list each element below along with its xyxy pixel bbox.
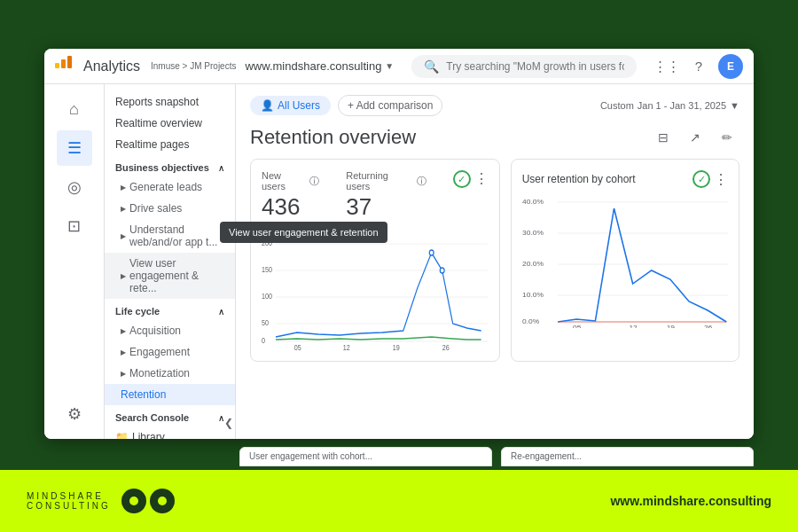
nav-item-label: Monetization — [129, 367, 190, 379]
svg-text:20.0%: 20.0% — [522, 260, 544, 268]
nav-item-label: Acquisition — [129, 325, 181, 337]
ga-logo — [55, 56, 76, 77]
nav-item-label: View user engagement & rete... — [129, 257, 224, 294]
brand-name: mindshare — [27, 491, 111, 501]
chart-menu-icon[interactable]: ⋮ — [474, 170, 489, 187]
add-comparison-button[interactable]: + Add comparison — [338, 95, 442, 116]
info-icon[interactable]: ⓘ — [417, 175, 426, 188]
metric-underline — [262, 223, 315, 224]
nav-engagement[interactable]: ▶ Engagement — [105, 341, 235, 363]
ga-bar-2 — [61, 59, 66, 68]
nav-arrow-icon: ▶ — [121, 348, 126, 356]
svg-text:26: 26 — [442, 343, 450, 350]
date-range[interactable]: Custom Jan 1 - Jan 31, 2025 ▼ — [600, 100, 739, 111]
nav-understand-web[interactable]: ▶ Understand web/and/or app t... — [105, 219, 235, 253]
brand-subtitle: consulting — [27, 501, 111, 511]
title-actions: ⊟ ↗ ✏ — [651, 125, 739, 150]
apps-icon[interactable]: ⋮⋮ — [654, 54, 679, 79]
nav-panel: Reports snapshot Realtime overview Realt… — [105, 84, 236, 439]
cohort-status-icon[interactable]: ✓ — [692, 170, 710, 188]
page-title-area: Retention overview ⊟ ↗ ✏ — [250, 125, 739, 150]
chart-actions: ✓ ⋮ — [453, 170, 489, 224]
main-content: 👤 All Users + Add comparison Custom Jan … — [236, 84, 754, 439]
search-console-title: Search Console — [115, 412, 189, 423]
sidebar-advertising-icon[interactable]: ⊡ — [57, 208, 92, 244]
nav-generate-leads[interactable]: ▶ Generate leads — [105, 176, 235, 198]
cohort-actions: ✓ ⋮ — [692, 170, 728, 188]
nav-item-label: Library — [132, 431, 165, 439]
sidebar-settings-icon[interactable]: ⚙ — [57, 396, 92, 432]
filter-left: 👤 All Users + Add comparison — [250, 95, 442, 116]
svg-text:30.0%: 30.0% — [522, 229, 544, 237]
life-cycle-title: Life cycle — [115, 306, 160, 317]
retention-chart-card: New users ⓘ 436 Returning users ⓘ 37 — [250, 159, 500, 362]
nav-acquisition[interactable]: ▶ Acquisition — [105, 320, 235, 341]
life-cycle-header[interactable]: Life cycle ∧ — [105, 299, 235, 320]
svg-text:05: 05 — [573, 324, 582, 328]
bottom-bar: mindshare consulting www.mindshare.consu… — [0, 470, 798, 532]
content-area: ⌂ ☰ ◎ ⊡ ⚙ Reports snapshot Realtime over… — [44, 84, 754, 439]
svg-text:0: 0 — [262, 336, 265, 345]
all-users-icon: 👤 — [261, 99, 274, 112]
sidebar-explore-icon[interactable]: ◎ — [57, 169, 92, 205]
edit-icon[interactable]: ✏ — [715, 125, 739, 150]
svg-text:26: 26 — [704, 324, 713, 328]
nav-monetization[interactable]: ▶ Monetization — [105, 363, 235, 384]
sidebar-home-icon[interactable]: ⌂ — [57, 91, 92, 127]
all-users-label: All Users — [278, 99, 320, 112]
status-check-icon[interactable]: ✓ — [453, 170, 471, 188]
share-icon[interactable]: ↗ — [683, 125, 708, 150]
nav-retention[interactable]: Retention — [105, 384, 235, 405]
logo-eyes — [121, 489, 175, 513]
nav-drive-sales[interactable]: ▶ Drive sales — [105, 198, 235, 219]
search-console-header[interactable]: Search Console ∧ — [105, 405, 235, 426]
cohort-line-chart: 40.0% 30.0% 20.0% 10.0% 0.0% — [522, 195, 728, 310]
nav-arrow-icon: ▶ — [121, 327, 126, 335]
nav-reports-snapshot[interactable]: Reports snapshot — [105, 91, 235, 113]
cohort-menu-icon[interactable]: ⋮ — [714, 171, 728, 188]
search-bar[interactable]: 🔍 — [411, 55, 637, 78]
all-users-button[interactable]: 👤 All Users — [250, 96, 331, 115]
logo-area: mindshare consulting — [27, 489, 175, 513]
avatar[interactable]: E — [718, 54, 743, 79]
sidebar-reports-icon[interactable]: ☰ — [57, 130, 92, 166]
nav-realtime-overview[interactable]: Realtime overview — [105, 113, 235, 134]
nav-library[interactable]: 📁 Library — [105, 426, 235, 439]
nav-item-label: Retention — [121, 388, 166, 401]
search-input[interactable] — [446, 60, 624, 73]
analytics-label: Analytics — [83, 59, 140, 74]
svg-text:05: 05 — [294, 343, 301, 350]
svg-text:19: 19 — [393, 343, 400, 350]
business-objectives-title: Business objectives — [115, 162, 209, 173]
svg-text:40.0%: 40.0% — [522, 198, 544, 206]
sidebar-icons: ⌂ ☰ ◎ ⊡ ⚙ — [44, 84, 105, 439]
nav-arrow-icon: ▶ — [121, 232, 126, 240]
bottom-cards-hint: User engagement with cohort... Re-engage… — [239, 447, 754, 466]
nav-item-label: Drive sales — [129, 202, 182, 215]
breadcrumb: Inmuse > JM Projects — [151, 61, 236, 71]
returning-users-label: Returning users ⓘ — [346, 170, 426, 192]
eye-right-icon — [150, 489, 175, 513]
nav-item-label: Engagement — [129, 346, 190, 358]
svg-text:100: 100 — [262, 292, 272, 301]
nav-realtime-pages[interactable]: Realtime pages — [105, 134, 235, 155]
svg-text:50: 50 — [262, 318, 269, 327]
compare-icon[interactable]: ⊟ — [651, 125, 676, 150]
property-selector[interactable]: www.mindshare.consulting ▼ — [245, 59, 394, 73]
svg-text:150: 150 — [262, 265, 272, 274]
business-objectives-header[interactable]: Business objectives ∧ — [105, 155, 235, 176]
nav-view-user-engagement[interactable]: ▶ View user engagement & rete... — [105, 253, 235, 299]
info-icon[interactable]: ⓘ — [309, 175, 319, 188]
svg-point-10 — [429, 250, 434, 255]
property-info: Inmuse > JM Projects — [147, 61, 236, 71]
logo-text: mindshare consulting — [27, 491, 111, 511]
date-chevron-icon: ▼ — [730, 100, 739, 111]
help-icon[interactable]: ? — [686, 54, 711, 79]
collapse-nav-button[interactable]: ❮ — [220, 414, 238, 432]
svg-point-11 — [440, 268, 444, 273]
svg-text:12: 12 — [629, 324, 638, 328]
bottom-card-1: User engagement with cohort... — [239, 447, 492, 466]
nav-arrow-icon: ▶ — [121, 184, 126, 192]
returning-users-value: 37 — [346, 193, 426, 221]
page-title: Retention overview — [250, 126, 416, 149]
